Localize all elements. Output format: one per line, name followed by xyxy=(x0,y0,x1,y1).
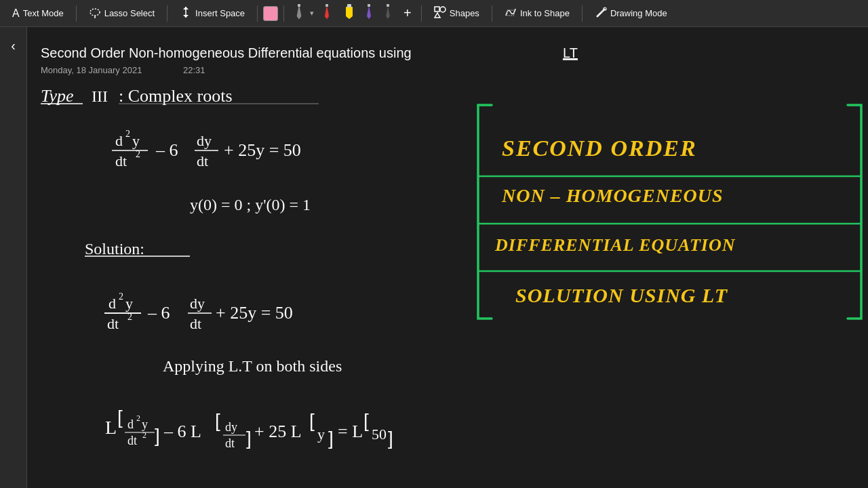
svg-text:d: d xyxy=(127,418,134,431)
svg-text:L: L xyxy=(105,417,117,438)
svg-text:2: 2 xyxy=(136,149,140,159)
pen-icon-3[interactable] xyxy=(360,3,378,24)
separator-1 xyxy=(76,5,77,22)
svg-text:– 6: – 6 xyxy=(147,303,170,323)
svg-rect-7 xyxy=(346,7,353,16)
svg-rect-10 xyxy=(368,4,370,7)
svg-text:dt: dt xyxy=(190,315,201,332)
separator-7 xyxy=(582,5,583,22)
svg-point-0 xyxy=(90,9,100,16)
svg-text:2: 2 xyxy=(142,430,146,440)
svg-text:]: ] xyxy=(246,428,252,449)
svg-text:Type: Type xyxy=(41,86,74,106)
svg-text:– 6  L: – 6 L xyxy=(163,422,201,441)
ink-to-shape-button[interactable]: Ink to Shape xyxy=(498,3,576,24)
shapes-label: Shapes xyxy=(450,8,479,18)
svg-text:d: d xyxy=(115,132,123,149)
svg-text:+ 25y = 50: + 25y = 50 xyxy=(224,140,301,160)
svg-text:Second Order Non-homogeneous D: Second Order Non-homogeneous Differentia… xyxy=(41,45,412,60)
pen-tools-group: ▾ xyxy=(290,3,397,24)
shapes-button[interactable]: Shapes xyxy=(427,3,486,24)
svg-text:dt: dt xyxy=(127,434,137,447)
lasso-select-label: Lasso Select xyxy=(104,8,155,18)
add-pen-button[interactable]: + xyxy=(399,4,416,22)
lasso-icon xyxy=(89,6,101,21)
pen-icon-4[interactable] xyxy=(379,3,397,24)
separator-5 xyxy=(421,5,422,22)
svg-point-13 xyxy=(440,7,446,12)
svg-text:= L: = L xyxy=(338,422,363,441)
svg-text:50: 50 xyxy=(372,426,387,443)
svg-marker-4 xyxy=(183,15,189,18)
drawing-mode-icon xyxy=(595,6,607,21)
pen-icon-2[interactable] xyxy=(318,3,336,24)
color-swatch-pink[interactable] xyxy=(263,6,278,21)
drawing-mode-label: Drawing Mode xyxy=(610,8,667,18)
separator-4 xyxy=(283,5,284,22)
lasso-select-button[interactable]: Lasso Select xyxy=(82,3,161,24)
svg-text:– 6: – 6 xyxy=(155,140,178,160)
svg-text:[: [ xyxy=(215,410,220,431)
back-chevron-icon: ‹ xyxy=(11,38,16,54)
pen-dropdown-arrow[interactable]: ▾ xyxy=(310,9,314,18)
insert-space-label: Insert Space xyxy=(195,8,245,18)
svg-text:III: III xyxy=(92,87,108,105)
ink-to-shape-icon xyxy=(505,6,517,21)
svg-rect-11 xyxy=(387,4,389,7)
svg-text:dt: dt xyxy=(115,152,127,169)
svg-text:dy: dy xyxy=(190,295,205,312)
svg-text:: Complex  roots: : Complex roots xyxy=(119,86,233,106)
svg-text:Applying  L.T  on  both  sides: Applying L.T on both sides xyxy=(163,357,342,375)
svg-text:]: ] xyxy=(328,428,334,449)
svg-text:2: 2 xyxy=(119,291,123,302)
svg-text:dy: dy xyxy=(197,132,212,149)
svg-text:]: ] xyxy=(155,425,160,446)
svg-marker-3 xyxy=(183,7,189,9)
text-mode-label: Text Mode xyxy=(23,8,64,18)
content-area: ‹ Second Order Non-homogeneous Different… xyxy=(0,27,868,488)
svg-rect-6 xyxy=(326,4,328,7)
svg-marker-9 xyxy=(346,16,353,19)
svg-text:+ 25y = 50: + 25y = 50 xyxy=(216,303,293,323)
svg-text:y: y xyxy=(317,426,325,443)
insert-space-icon xyxy=(180,6,192,21)
svg-rect-5 xyxy=(298,4,300,7)
pen-icon-1[interactable] xyxy=(290,3,309,24)
separator-2 xyxy=(167,5,167,22)
svg-marker-14 xyxy=(435,13,440,18)
svg-text:y: y xyxy=(132,132,140,149)
svg-text:DIFFERENTIAL EQUATION: DIFFERENTIAL EQUATION xyxy=(494,235,736,255)
separator-3 xyxy=(257,5,258,22)
text-mode-button[interactable]: A Text Mode xyxy=(5,5,71,22)
svg-text:[: [ xyxy=(117,407,123,428)
shapes-icon xyxy=(434,6,446,21)
svg-text:SECOND ORDER: SECOND ORDER xyxy=(502,136,697,161)
handwriting-area: Second Order Non-homogeneous Differentia… xyxy=(27,27,868,488)
svg-text:LT: LT xyxy=(563,45,578,60)
drawing-mode-button[interactable]: Drawing Mode xyxy=(588,3,674,24)
svg-text:y: y xyxy=(142,418,148,431)
ink-to-shape-label: Ink to Shape xyxy=(520,8,570,18)
insert-space-button[interactable]: Insert Space xyxy=(173,3,252,24)
svg-text:dt: dt xyxy=(107,315,119,332)
toolbar: A Text Mode Lasso Select Insert Space xyxy=(0,0,868,27)
svg-text:]: ] xyxy=(388,428,393,449)
svg-text:NON – HOMOGENEOUS: NON – HOMOGENEOUS xyxy=(501,185,724,206)
svg-text:+ 25  L: + 25 L xyxy=(254,422,302,441)
svg-text:SOLUTION USING LT: SOLUTION USING LT xyxy=(515,284,728,306)
svg-text:y(0) = 0 ;  y'(0) = 1: y(0) = 0 ; y'(0) = 1 xyxy=(190,196,311,214)
svg-text:d: d xyxy=(108,295,116,312)
svg-text:22:31: 22:31 xyxy=(183,65,205,75)
svg-text:Monday, 18 January 2021: Monday, 18 January 2021 xyxy=(41,65,142,75)
svg-text:2: 2 xyxy=(125,129,130,139)
svg-text:2: 2 xyxy=(127,312,132,322)
back-button[interactable]: ‹ xyxy=(0,27,27,488)
svg-text:[: [ xyxy=(363,410,369,431)
text-mode-icon: A xyxy=(12,7,20,20)
svg-text:2: 2 xyxy=(136,413,140,423)
svg-text:Solution:: Solution: xyxy=(85,240,144,258)
svg-text:y: y xyxy=(125,295,133,312)
svg-text:dt: dt xyxy=(197,152,208,169)
svg-rect-8 xyxy=(347,4,351,7)
highlighter-yellow[interactable] xyxy=(340,3,359,24)
